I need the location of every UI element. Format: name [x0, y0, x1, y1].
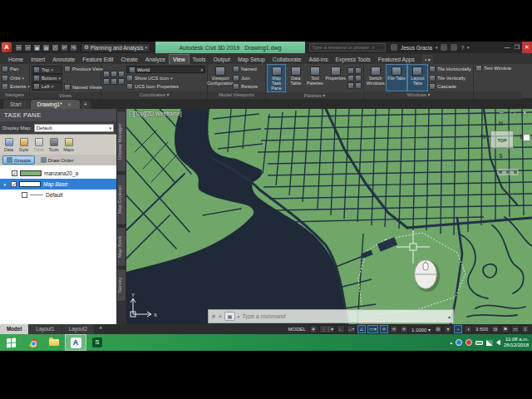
object-snap-icon[interactable]: ▭▾ [367, 325, 378, 333]
viewcube-home-icon[interactable] [523, 134, 530, 141]
display-map-select[interactable]: Default▾ [34, 124, 114, 132]
style-tool-button[interactable]: Style [17, 138, 31, 152]
user-avatar-icon[interactable] [391, 44, 397, 51]
close-icon[interactable]: ✕ [67, 102, 71, 107]
save-icon[interactable]: ▣ [33, 44, 41, 52]
file-tabs-button[interactable]: File Tabs [387, 65, 406, 91]
ucs-combobox[interactable]: World▾ [126, 66, 205, 73]
viewport-controls-label[interactable]: [-][Top][2D Wireframe] [129, 111, 182, 116]
close-button[interactable]: ✕ [522, 42, 532, 53]
layer-row-default[interactable]: Default [0, 190, 116, 200]
layer-checkbox[interactable]: ✓ [11, 181, 17, 187]
annotation-visibility-icon[interactable]: ✛ [380, 325, 388, 333]
view-bottom-button[interactable]: Bottom▾ [32, 74, 62, 82]
isolate-objects-icon[interactable]: ◑ [464, 325, 472, 333]
named-viewports-button[interactable]: Named [233, 66, 258, 72]
viewcube-west[interactable]: W [480, 134, 486, 140]
tab-map-setup[interactable]: Map Setup [234, 55, 268, 64]
properties-button[interactable]: Properties [325, 65, 346, 91]
panel-label-navigate[interactable]: Navigate [0, 91, 29, 99]
collapse-icon[interactable]: ▾ [3, 182, 8, 187]
green-app-taskbar-button[interactable]: S [86, 334, 108, 351]
ucs-icon-6[interactable] [118, 78, 125, 85]
layer-checkbox[interactable] [22, 192, 27, 198]
map-task-pane-button[interactable]: Map Task Pane [268, 65, 285, 91]
model-tab[interactable]: Model [0, 324, 28, 334]
tab-insert[interactable]: Insert [27, 55, 48, 64]
isometric-drafting-icon[interactable]: ∠ [357, 325, 366, 333]
tab-featured-apps[interactable]: Featured Apps [375, 55, 418, 64]
civil3d-taskbar-button[interactable]: A [65, 334, 86, 351]
panel-label-views[interactable]: Views [30, 92, 101, 99]
help-icon[interactable]: ? [461, 45, 464, 51]
layer-row-manzana20a[interactable]: ✓ manzana20_a [0, 168, 116, 179]
ucs-icon-4[interactable] [103, 78, 110, 85]
tab-collaborate[interactable]: Collaborate [269, 55, 305, 64]
panel-label-palettes[interactable]: Palettes ▾ [266, 92, 363, 99]
tools-tool-button[interactable]: Tools [47, 138, 61, 152]
layout-tabs-button[interactable]: Layout Tabs [408, 65, 427, 91]
layer-name[interactable]: Map Base [43, 181, 67, 187]
map-explorer-tab[interactable]: Map Explorer [116, 174, 126, 225]
customization-plus-icon[interactable]: ＋ [454, 325, 462, 333]
grid-display-icon[interactable]: # [309, 325, 318, 333]
taskbar-clock[interactable]: 11:08 a.m. 26/12/2018 [504, 337, 529, 348]
drawing-window-buttons[interactable]: ─ ▢ ✕ [500, 110, 530, 116]
tab-feature-edit[interactable]: Feature Edit [79, 55, 116, 64]
restore-button[interactable]: ❐ [512, 42, 522, 53]
command-input[interactable] [242, 313, 446, 319]
viewcube-south[interactable]: S [499, 153, 503, 159]
layout1-tab[interactable]: Layout1 [29, 324, 61, 334]
restore-viewports-button[interactable]: Restore [233, 83, 258, 90]
chevron-down-icon[interactable]: ▾ [444, 325, 452, 333]
ucs-icon-5[interactable] [111, 78, 117, 85]
minimize-button[interactable]: — [502, 42, 512, 53]
snap-mode-icon[interactable]: ⋮⋮▾ [319, 325, 335, 333]
help-search-input[interactable] [312, 45, 372, 50]
groups-tab[interactable]: Groups [2, 155, 35, 165]
display-manager-tab[interactable]: Display Manager [116, 111, 126, 172]
layer-row-map-base[interactable]: ▾ ✓ Map Base [0, 179, 116, 190]
battery-icon[interactable] [475, 341, 483, 345]
map-book-tab[interactable]: Map Book [116, 227, 126, 267]
layer-swatch[interactable] [19, 181, 41, 187]
signed-in-user[interactable]: Jesus Gracia [401, 45, 432, 51]
survey-tab[interactable]: Survey [116, 268, 126, 302]
recent-commands-icon[interactable]: ▦ [224, 312, 235, 321]
tab-analyze[interactable]: Analyze [142, 55, 169, 64]
ortho-mode-icon[interactable]: ∟ [337, 325, 345, 333]
open-file-icon[interactable]: ▱ [24, 44, 32, 52]
customization-menu-icon[interactable]: ≡ [521, 325, 530, 333]
ucs-icon-properties-button[interactable]: UCS Icon Properties [126, 83, 205, 90]
app-store-icon[interactable] [441, 44, 447, 51]
new-file-icon[interactable]: ▭ [15, 44, 22, 52]
clean-screen-icon[interactable]: ▭ [511, 325, 520, 333]
palette-icon-1[interactable] [347, 67, 354, 74]
status-value[interactable]: 3.500 [474, 327, 490, 332]
panel-label-coordinates[interactable]: Coordinates ▾ [101, 91, 207, 99]
tab-tools[interactable]: Tools [190, 55, 209, 64]
data-table-button[interactable]: Data Table [287, 65, 304, 91]
layer-name[interactable]: manzana20_a [44, 170, 78, 176]
annotation-scale-value[interactable]: 1:1000 ▾ [410, 327, 432, 332]
switch-windows-button[interactable]: Switch Windows [366, 65, 385, 91]
close-icon[interactable]: ✕ [211, 313, 216, 320]
view-top-button[interactable]: Top▾ [32, 66, 62, 74]
maps-tool-button[interactable]: Maps [62, 138, 76, 152]
data-tool-button[interactable]: Data [2, 138, 16, 152]
viewcube-north[interactable]: N [499, 121, 503, 126]
layout2-tab[interactable]: Layout2 [62, 324, 94, 334]
tile-horizontally-button[interactable]: Tile Horizontally [429, 66, 471, 72]
customize-icon[interactable]: ⌖ [219, 313, 222, 320]
model-space-label[interactable]: MODEL [287, 327, 308, 332]
tab-home[interactable]: Home [5, 55, 27, 64]
tab-express-tools[interactable]: Express Tools [332, 55, 374, 64]
cascade-button[interactable]: Cascade [429, 83, 471, 90]
command-line[interactable]: ✕ ⌖ ▦ ▾ ▴ [208, 309, 454, 323]
drawing-viewport[interactable]: Y X [126, 109, 532, 324]
new-layout-button[interactable]: + [95, 324, 106, 334]
redo-icon[interactable]: ↷ [70, 44, 77, 52]
palette-icon-2[interactable] [355, 67, 362, 74]
file-tab-drawing1[interactable]: Drawing1*✕ [31, 100, 80, 109]
tab-add-ins[interactable]: Add-ins [306, 55, 332, 64]
